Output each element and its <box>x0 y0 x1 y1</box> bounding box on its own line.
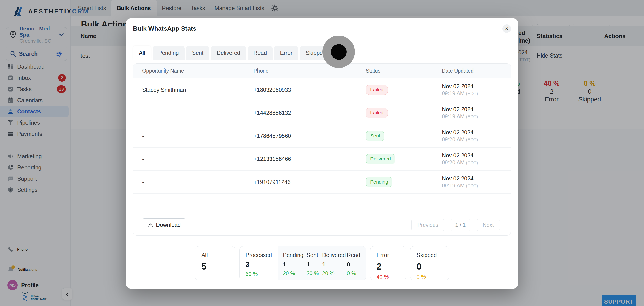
table-empty-space <box>133 194 510 214</box>
col-status: Status <box>366 68 442 74</box>
summary-card-processed: Processed 3 60 % Pending 1 20 % Sent 1 2… <box>240 246 366 280</box>
pagination: Previous 1 / 1 Next <box>412 219 500 231</box>
download-icon <box>147 222 153 228</box>
stats-table-card: Opportunity Name Phone Status Date Updat… <box>133 63 511 236</box>
app-screen: AESTHETIXCRM Demo - Med Spa Greenville, … <box>0 0 644 306</box>
summary-col-sent: Sent 1 20 % <box>306 252 320 280</box>
tab-all[interactable]: All <box>133 46 151 60</box>
status-badge: Failed <box>366 108 388 118</box>
tab-sent[interactable]: Sent <box>186 46 209 60</box>
status-filter-tabs: All Pending Sent Delivered Read Error Sk… <box>133 46 332 60</box>
screen-recording-camera-bubble <box>322 36 355 68</box>
close-icon[interactable]: × <box>502 25 511 33</box>
status-badge: Sent <box>366 131 384 141</box>
col-date-updated: Date Updated <box>442 68 510 74</box>
download-button[interactable]: Download <box>142 218 186 231</box>
status-badge: Delivered <box>366 154 395 164</box>
summary-col-pending: Pending 1 20 % <box>283 252 304 280</box>
summary-card-skipped: Skipped 0 0 % <box>410 246 449 280</box>
table-row: - +19107911246 Pending Nov 02 202409:19 … <box>133 171 510 194</box>
camera-lens-circle <box>331 44 346 60</box>
col-phone: Phone <box>254 68 366 74</box>
stats-table-header: Opportunity Name Phone Status Date Updat… <box>133 64 510 78</box>
tab-read[interactable]: Read <box>248 46 273 60</box>
status-badge: Pending <box>366 177 392 187</box>
tab-error[interactable]: Error <box>274 46 298 60</box>
table-row: Stacey Smithman +18032060933 Failed Nov … <box>133 78 510 101</box>
summary-card-error: Error 2 40 % <box>370 246 406 280</box>
summary-cards: All 5 Processed 3 60 % Pending 1 20 % Se <box>126 246 518 280</box>
summary-col-delivered: Delivered 1 20 % <box>322 252 344 280</box>
table-row: - +12133158466 Delivered Nov 02 202409:2… <box>133 148 510 171</box>
next-page-button[interactable]: Next <box>477 219 500 231</box>
tab-delivered[interactable]: Delivered <box>211 46 246 60</box>
bulk-whatsapp-stats-modal: Bulk WhatsApp Stats × All Pending Sent D… <box>126 18 518 289</box>
status-badge: Failed <box>366 85 388 95</box>
previous-page-button[interactable]: Previous <box>412 219 444 231</box>
tab-pending[interactable]: Pending <box>152 46 185 60</box>
table-row: - +17864579560 Sent Nov 02 202409:20 AM … <box>133 124 510 148</box>
summary-card-all: All 5 <box>195 246 236 280</box>
page-indicator: 1 / 1 <box>451 219 470 231</box>
col-opportunity-name: Opportunity Name <box>142 68 254 74</box>
modal-title: Bulk WhatsApp Stats <box>133 25 196 32</box>
summary-col-read: Read 0 0 % <box>347 252 366 280</box>
table-row: - +14428886132 Failed Nov 02 202409:19 A… <box>133 101 510 124</box>
table-footer: Download Previous 1 / 1 Next <box>133 214 510 235</box>
modal-header-divider <box>126 40 518 40</box>
summary-breakdown-group: Pending 1 20 % Sent 1 20 % Delivered 1 2… <box>278 246 366 280</box>
